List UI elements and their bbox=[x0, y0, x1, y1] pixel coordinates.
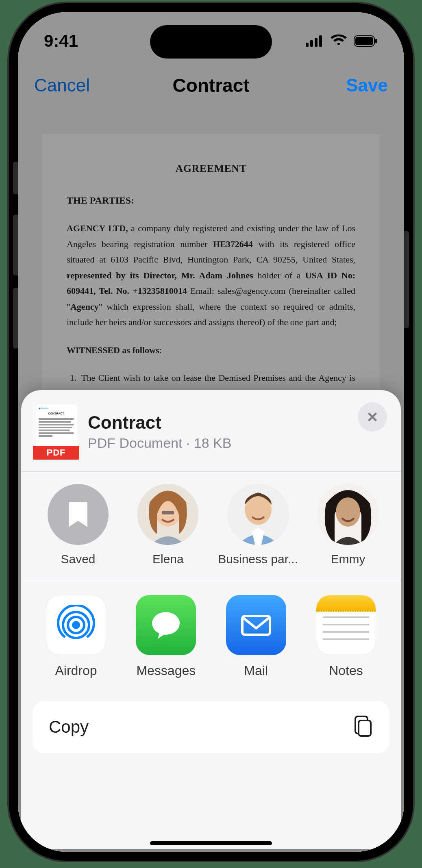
dynamic-island bbox=[150, 25, 272, 59]
apps-row[interactable]: Airdrop Messages bbox=[21, 580, 401, 694]
share-sheet: ◆ Global CONTRACT PDF Contract PDF Docum… bbox=[21, 390, 401, 849]
messages-icon bbox=[146, 605, 186, 645]
contact-business-partner[interactable]: Business par... bbox=[218, 484, 299, 566]
contacts-row[interactable]: Saved Elena bbox=[21, 472, 401, 580]
bookmark-icon bbox=[69, 502, 87, 527]
app-mail[interactable]: Mail bbox=[218, 595, 295, 678]
action-label: Copy bbox=[49, 717, 89, 737]
action-copy[interactable]: Copy bbox=[33, 701, 389, 753]
avatar bbox=[318, 484, 378, 545]
contact-label: Elena bbox=[152, 552, 184, 566]
pdf-badge: PDF bbox=[33, 446, 79, 460]
svg-rect-9 bbox=[162, 511, 174, 514]
copy-icon bbox=[353, 715, 373, 739]
svg-point-14 bbox=[72, 621, 80, 629]
contact-elena[interactable]: Elena bbox=[127, 484, 209, 566]
contact-emmy[interactable]: Emmy bbox=[307, 484, 389, 566]
screen: 9:41 Cancel Contract Save bbox=[18, 12, 404, 852]
app-airdrop[interactable]: Airdrop bbox=[37, 595, 115, 678]
share-doc-subtitle: PDF Document · 18 KB bbox=[88, 435, 231, 451]
app-label: Messages bbox=[136, 663, 196, 678]
mail-icon bbox=[236, 605, 276, 645]
app-label: Notes bbox=[329, 663, 363, 678]
app-notes[interactable]: Notes bbox=[307, 595, 385, 678]
contact-saved[interactable]: Saved bbox=[37, 484, 119, 566]
action-list: Copy bbox=[21, 694, 401, 753]
document-thumbnail[interactable]: ◆ Global CONTRACT PDF bbox=[35, 404, 77, 459]
app-messages[interactable]: Messages bbox=[127, 595, 204, 678]
svg-point-13 bbox=[336, 497, 360, 527]
close-icon bbox=[367, 411, 378, 423]
home-indicator[interactable] bbox=[150, 841, 272, 845]
avatar bbox=[137, 484, 198, 545]
phone-frame: 9:41 Cancel Contract Save bbox=[9, 3, 413, 861]
share-doc-title: Contract bbox=[88, 412, 231, 433]
save-button[interactable]: Save bbox=[346, 75, 388, 95]
app-label: Airdrop bbox=[55, 663, 97, 678]
share-sheet-header: ◆ Global CONTRACT PDF Contract PDF Docum… bbox=[21, 390, 401, 471]
app-label: Mail bbox=[244, 663, 268, 678]
airdrop-icon bbox=[56, 605, 96, 645]
contact-label: Emmy bbox=[331, 552, 365, 566]
svg-point-17 bbox=[152, 612, 180, 635]
contact-label: Business par... bbox=[218, 552, 298, 566]
avatar bbox=[228, 484, 289, 545]
power-button bbox=[403, 231, 409, 328]
close-button[interactable] bbox=[358, 402, 387, 432]
contact-label: Saved bbox=[61, 552, 95, 566]
svg-rect-19 bbox=[359, 720, 371, 736]
